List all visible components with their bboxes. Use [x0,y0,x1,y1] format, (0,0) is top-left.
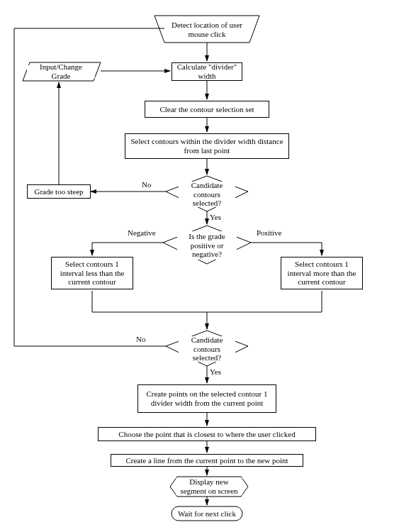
label-negative: Negative [128,228,156,237]
node-grade-sign: Is the grade positive or negative? [177,231,237,260]
node-calc-divider: Calculate "divider" width [172,62,242,81]
label-yes2: Yes [210,367,221,376]
node-select-within: Select contours within the divider width… [125,133,289,159]
node-clear-selection: Clear the contour selection set [145,101,269,118]
node-grade-steep: Grade too steep [27,184,91,199]
label-no2: No [136,335,145,343]
node-detect: Detect location of user mouse click [164,18,249,41]
node-decision2: Candidate contours selected? [179,336,235,362]
node-decision1: Candidate contours selected? [179,182,235,207]
node-select-more: Select contours 1 interval more than the… [281,257,363,289]
label-positive: Positive [257,228,281,237]
node-display: Display new segment on screen [176,478,242,495]
node-wait: Wait for next click [174,508,240,519]
node-choose-point: Choose the point that is closest to wher… [98,427,316,441]
label-yes1: Yes [210,213,221,221]
node-create-line: Create a line from the current point to … [111,454,303,467]
node-input-grade: Input/Change Grade [27,65,95,78]
label-no1: No [142,180,151,189]
node-create-points: Create points on the selected contour 1 … [137,384,276,413]
node-select-less: Select contours 1 interval less than the… [51,257,133,289]
